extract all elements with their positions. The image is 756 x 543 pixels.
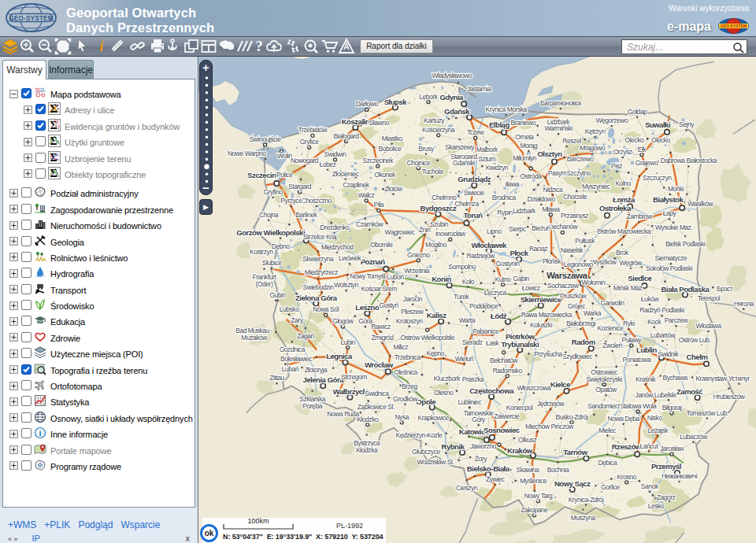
svg-text:Radziejów: Radziejów [467,252,495,260]
svg-text:Choszczno: Choszczno [302,197,332,205]
svg-text:Braniewo: Braniewo [510,119,536,127]
svg-text:Σ: Σ [50,120,57,131]
svg-text:Lubań: Lubań [282,365,299,373]
svg-text:Biłgoraj: Biłgoraj [662,404,682,412]
svg-text:Skwierzyna: Skwierzyna [302,255,334,263]
svg-text:Bieżuń: Bieżuń [532,224,550,232]
svg-text:Złotów: Złotów [384,185,403,193]
svg-text:Działdowo: Działdowo [528,195,556,203]
svg-text:Ostrołęka: Ostrołęka [599,204,632,212]
svg-text:Sejny: Sejny [679,120,695,128]
svg-text:Parczew: Parczew [665,316,689,324]
svg-text:Puławy: Puławy [621,336,642,344]
svg-text:Reszel: Reszel [562,137,581,145]
svg-text:Jędrzejów: Jędrzejów [537,400,565,408]
svg-text:Żywiec: Żywiec [486,475,506,483]
svg-text:Wieluń: Wieluń [455,355,474,363]
svg-text:Gryfice: Gryfice [300,138,319,146]
svg-text:Kościerzyna: Kościerzyna [422,126,455,134]
svg-text:Żagań: Żagań [297,332,315,340]
svg-text:Toruń: Toruń [463,211,483,220]
svg-text:Oleśnica: Oleśnica [394,368,417,376]
svg-text:Брэст: Брэст [717,285,733,293]
svg-text:Węgorzewo: Węgorzewo [595,116,628,124]
svg-text:Lubaczów: Lubaczów [680,433,708,441]
svg-text:Police: Police [276,171,293,179]
svg-text:Świdnica: Świdnica [365,389,389,397]
svg-text:Drezdenko: Drezdenko [320,223,350,231]
svg-text:Rybnik: Rybnik [442,442,465,451]
svg-text:Skawina: Skawina [516,466,539,474]
svg-text:Brok: Brok [616,249,629,257]
svg-text:Świdwin: Świdwin [324,150,346,158]
svg-text:StarogardGdański: StarogardGdański [450,153,477,168]
svg-text:Warta: Warta [459,316,476,324]
svg-text:Sokołów Podlaski: Sokołów Podlaski [646,264,693,272]
svg-text:Strzelce Kraj.: Strzelce Kraj. [303,233,338,241]
svg-text:Grajewo: Grajewo [636,159,658,167]
svg-text:Σ: Σ [50,103,57,115]
svg-text:Σ: Σ [50,168,57,179]
svg-text:Jarosław: Jarosław [660,445,684,452]
svg-text:Gostyń: Gostyń [379,301,398,309]
svg-text:Zwoleń: Zwoleń [602,342,622,349]
svg-text:Chojna: Chojna [259,211,279,219]
svg-text:Grudziądz: Grudziądz [458,175,491,183]
svg-text:Olsztyn: Olsztyn [537,150,562,158]
svg-text:Gorlice: Gorlice [601,483,620,491]
svg-text:Lidzbark: Lidzbark [513,207,536,215]
svg-text:Koluszki: Koluszki [530,321,553,329]
svg-text:Gołdap: Gołdap [628,108,647,116]
svg-text:Czaplinek: Czaplinek [343,181,369,189]
svg-text:Nowa Sól: Nowa Sól [313,305,339,313]
svg-text:Iława: Iława [506,180,520,188]
svg-text:Łapy: Łapy [663,209,677,217]
svg-text:Elbląg: Elbląg [489,120,510,129]
svg-text:Nowy Tomyśl: Nowy Tomyśl [350,272,386,280]
svg-text:Stargard: Stargard [288,183,312,190]
svg-text:Świebodzin: Świebodzin [303,283,335,291]
svg-text:Mielec: Mielec [598,427,617,434]
svg-text:Krosno: Krosno [617,473,637,481]
svg-text:Miastko: Miastko [382,135,403,142]
svg-text:Krynica-Zdrój: Krynica-Zdrój [569,496,604,504]
svg-text:Zittau: Zittau [269,374,284,382]
svg-text:Skierniewice: Skierniewice [521,295,561,304]
svg-text:Olecko: Olecko [625,136,644,144]
svg-text:Częstochowa: Częstochowa [469,386,514,395]
svg-text:Leżajsk: Leżajsk [647,427,669,434]
svg-text:Busko-Zdrój: Busko-Zdrój [556,413,588,421]
svg-text:Jastarnia: Jastarnia [467,85,491,93]
svg-text:Jarocin: Jarocin [403,295,423,303]
svg-text:Σ: Σ [50,152,57,164]
svg-text:Jelenia Góra: Jelenia Góra [302,375,344,384]
svg-text:PiotrkówTrybunalski: PiotrkówTrybunalski [501,332,539,349]
svg-text:Przemyśl: Przemyśl [651,462,681,471]
svg-text:Przasnysz: Przasnysz [561,212,588,220]
svg-text:Lębork: Lębork [419,93,438,101]
svg-text:Muszyna: Muszyna [571,514,596,522]
svg-text:Myślenice: Myślenice [520,477,547,485]
svg-text:Dębno: Dębno [272,242,291,250]
svg-text:Wysokie Maz.: Wysokie Maz. [655,223,693,231]
svg-text:GEO-SYSTEM: GEO-SYSTEM [9,15,54,22]
svg-text:Chełm: Chełm [687,353,708,361]
svg-text:Nowy Targ: Nowy Targ [524,492,553,500]
svg-text:Darłowo: Darłowo [356,100,379,108]
svg-text:Pińczów: Pińczów [551,423,575,430]
svg-text:Zambrów: Zambrów [627,212,654,220]
svg-text:Praszka: Praszka [462,375,484,383]
svg-text:Biała Podlaska: Biała Podlaska [662,285,710,294]
svg-text:Gubin: Gubin [269,291,286,299]
svg-text:Brzeg: Brzeg [402,382,418,390]
svg-text:Zamość: Zamość [676,387,702,396]
svg-text:Bolesławiec: Bolesławiec [280,355,313,363]
svg-text:Chełmża: Chełmża [454,200,479,208]
svg-text:Radzyń Podlaski: Radzyń Podlaski [639,306,684,314]
svg-text:Sztum: Sztum [478,155,495,163]
svg-text:Нижанковичі: Нижанковичі [662,472,698,480]
svg-text:Koło: Koło [462,278,475,286]
svg-text:Milicz: Milicz [394,343,409,351]
svg-text:Kluczbork: Kluczbork [434,375,461,382]
svg-text:Węgrów: Węgrów [620,259,643,267]
